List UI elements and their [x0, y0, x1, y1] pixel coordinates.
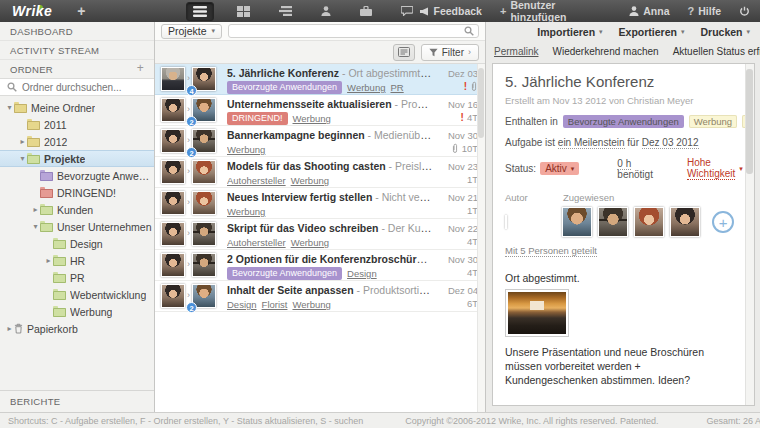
tag-pr[interactable]: PR [390, 81, 403, 94]
folder-item-2011[interactable]: 2011 [0, 116, 154, 133]
milestone-date-link[interactable]: Dez 03 2012 [642, 137, 699, 149]
assignee-avatar-redhair[interactable] [634, 207, 664, 237]
tag-werbung[interactable]: Werbung [292, 298, 330, 311]
folder-selector-button[interactable]: Projekte ▾ [161, 24, 222, 39]
tree-collapse-icon[interactable]: ▾ [31, 222, 40, 231]
tag-bevorzugte-anwendungen[interactable]: Bevorzugte Anwendungen [227, 267, 342, 280]
logout-button[interactable] [739, 6, 750, 17]
folder-item-werbung[interactable]: Werbung [0, 303, 154, 320]
task-row-2-optionen-für-die-konferenzbr[interactable]: ›2 Optionen für die Konferenzbroschüre v… [155, 250, 485, 281]
task-search-input[interactable] [233, 26, 464, 37]
task-avatars: ›2 [161, 284, 223, 311]
quick-add-button[interactable]: + [77, 3, 85, 19]
shared-with-link[interactable]: Mit 5 Personen geteilt [505, 245, 734, 256]
importance-dropdown[interactable]: Hohe Wichtigkeit ▾ [687, 157, 743, 180]
sidebar-item-reports[interactable]: BERICHTE [0, 390, 154, 412]
feedback-button[interactable]: Feedback [419, 5, 482, 17]
task-row-unternehmensseite-aktualisiere[interactable]: ›2Unternehmensseite aktualisieren - Prod… [155, 95, 485, 126]
add-folder-button[interactable]: + [137, 64, 144, 75]
task-date-col: Nov 211T [433, 191, 483, 218]
tag-werbung[interactable]: Werbung [291, 174, 329, 187]
importieren-menu[interactable]: Importieren▾ [537, 26, 602, 38]
task-row-inhalt-der-seite-anpassen[interactable]: ›2Inhalt der Seite anpassen - Produktsor… [155, 281, 485, 312]
task-title: 5. Jährliche Konferenz [505, 73, 734, 90]
filter-button[interactable]: Filter › [421, 44, 479, 61]
dashboard-view-button[interactable] [231, 3, 256, 20]
folder-item-webentwicklung[interactable]: Webentwicklung [0, 286, 154, 303]
assignee-avatar-glasses[interactable] [598, 207, 628, 237]
assignee-avatar-mike[interactable] [562, 207, 592, 237]
permalink-button[interactable]: Permalink [494, 46, 538, 57]
tree-collapse-icon[interactable]: ▾ [5, 103, 14, 112]
folder-item-meine-ordner[interactable]: ▾Meine Ordner [0, 99, 154, 116]
discussions-view-button[interactable] [395, 3, 419, 19]
tree-expand-icon[interactable]: ▸ [5, 324, 14, 333]
conference-image-thumbnail[interactable] [505, 289, 569, 337]
wrike-logo[interactable]: Wrike [12, 3, 52, 19]
assignee-avatar-anna[interactable] [670, 207, 700, 237]
task-due-date: Dez 04 [433, 284, 478, 297]
folder-chip-werbung[interactable]: Werbung [689, 115, 737, 128]
tree-collapse-icon[interactable]: ▾ [18, 154, 27, 163]
tag-design[interactable]: Design [227, 298, 257, 311]
task-row-5-jährliche-konferenz[interactable]: ›45. Jährliche Konferenz - Ort abgestimm… [155, 64, 485, 95]
effort-link[interactable]: 0 h benötigt [617, 158, 653, 180]
add-user-button[interactable]: +Benutzer hinzufügen [500, 0, 611, 23]
files-view-button[interactable] [354, 3, 378, 19]
timeline-view-button[interactable] [273, 3, 298, 19]
tag-bevorzugte-anwendungen[interactable]: Bevorzugte Anwendungen [227, 81, 342, 94]
folder-chip-bevorzugte-anwendungen[interactable]: Bevorzugte Anwendungen [563, 115, 684, 128]
tag-florist[interactable]: Florist [262, 298, 288, 311]
tag-dringend[interactable]: DRINGEND! [227, 112, 288, 125]
sidebar-item-dashboard[interactable]: DASHBOARD [0, 22, 154, 41]
tag-werbung[interactable]: Werbung [227, 143, 265, 156]
folder-item-bevorzugte-anwendungen[interactable]: Bevorzugte Anwendungen [0, 167, 154, 184]
list-scrollbar-thumb[interactable] [478, 68, 484, 138]
tree-expand-icon[interactable]: ▸ [44, 256, 53, 265]
detail-scrollbar-thumb[interactable] [746, 69, 753, 174]
add-assignee-button[interactable]: + [712, 211, 734, 233]
list-scrollbar[interactable] [477, 64, 485, 412]
folder-item-dringend[interactable]: DRINGEND! [0, 184, 154, 201]
exportieren-menu[interactable]: Exportieren▾ [619, 26, 685, 38]
tag-autohersteller[interactable]: Autohersteller [227, 236, 286, 249]
task-row-models-für-das-shooting-casten[interactable]: ›Models für das Shooting casten - Preisl… [155, 157, 485, 188]
help-button[interactable]: ?Hilfe [688, 5, 722, 17]
shortcuts-hint: Shortcuts: C - Aufgabe erstellen, F - Or… [8, 416, 363, 426]
sort-button[interactable] [393, 44, 415, 61]
folder-search-input[interactable] [22, 82, 154, 93]
tree-expand-icon[interactable]: ▸ [31, 205, 40, 214]
task-row-bannerkampagne-beginnen[interactable]: ›2Bannerkampagne beginnen - Medienübersi… [155, 126, 485, 157]
task-row-skript-für-das-video-schreiben[interactable]: ›Skript für das Video schreiben - Der Ku… [155, 219, 485, 250]
drucken-menu[interactable]: Drucken▾ [700, 26, 750, 38]
folder-item-hr[interactable]: ▸HR [0, 252, 154, 269]
folder-item-2012[interactable]: ▸2012 [0, 133, 154, 150]
task-row-neues-interview-fertig-stellen[interactable]: ›Neues Interview fertig stellen - Nicht … [155, 188, 485, 219]
tag-werbung[interactable]: Werbung [227, 205, 265, 218]
folder-item-kunden[interactable]: ▸Kunden [0, 201, 154, 218]
aktuellen-status-erfragen-button[interactable]: Aktuellen Status erfragen [673, 46, 760, 57]
detail-scrollbar[interactable] [745, 64, 754, 405]
tree-expand-icon[interactable]: ▸ [18, 137, 27, 146]
folder-item-pr[interactable]: PR [0, 269, 154, 286]
task-meta: 4T [433, 235, 478, 248]
folder-item-papierkorb[interactable]: ▸Papierkorb [0, 320, 154, 337]
contacts-view-button[interactable] [315, 3, 337, 19]
tag-design[interactable]: Design [347, 267, 377, 280]
drucken-label: Drucken [700, 26, 742, 38]
tag-werbung[interactable]: Werbung [293, 112, 331, 125]
folder-item-unser-unternehmen[interactable]: ▾Unser Unternehmen [0, 218, 154, 235]
sidebar-item-activity-stream[interactable]: ACTIVITY STREAM [0, 41, 154, 60]
tag-werbung[interactable]: Werbung [291, 236, 329, 249]
user-menu[interactable]: Anna [629, 5, 669, 17]
wiederkehrend-machen-button[interactable]: Wiederkehrend machen [552, 46, 658, 57]
task-date-col: Nov 224T [433, 222, 483, 249]
list-view-button[interactable] [186, 2, 214, 21]
folder-item-projekte[interactable]: ▾Projekte [0, 150, 154, 167]
folder-item-design[interactable]: Design [0, 235, 154, 252]
author-avatar-christian[interactable] [505, 215, 507, 229]
tag-werbung[interactable]: Werbung [347, 81, 385, 94]
tag-autohersteller[interactable]: Autohersteller [227, 174, 286, 187]
status-dropdown[interactable]: Aktiv ▾ [540, 162, 579, 175]
milestone-type-link[interactable]: ein Meilenstein [558, 137, 625, 149]
